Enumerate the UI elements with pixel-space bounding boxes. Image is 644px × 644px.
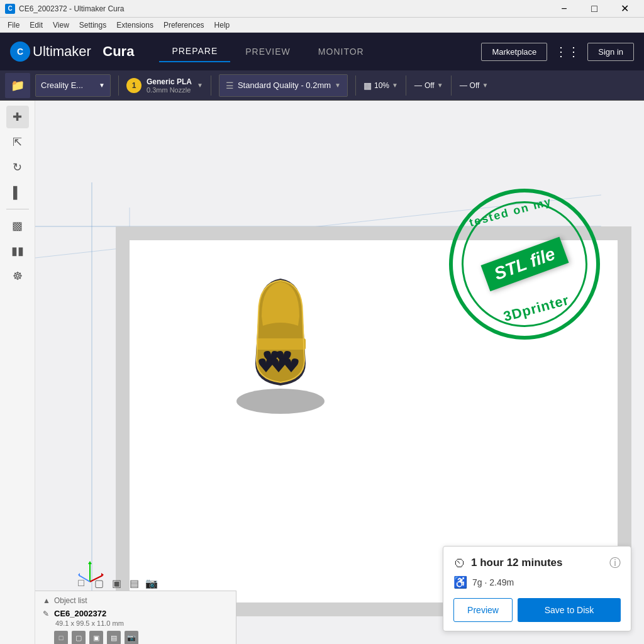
view-top-button[interactable]: ▤ (127, 576, 141, 590)
save-to-disk-button[interactable]: Save to Disk (518, 598, 621, 622)
printer-select-label: Creality E... (41, 80, 83, 90)
toolbar-divider-2 (211, 75, 211, 96)
quality-chevron: ▼ (335, 82, 341, 89)
adhesion-icon: ⸻ (459, 80, 467, 90)
support-section[interactable]: ⸻ Off ▼ (414, 80, 443, 90)
tool-scale[interactable]: ⇱ (6, 131, 29, 153)
printer-text: Generic PLA 0.3mm Nozzle (147, 77, 192, 94)
menu-settings[interactable]: Settings (74, 19, 111, 31)
object-list-header: ▲ Object list (43, 596, 228, 605)
print-info-panel: ⏲ 1 hour 12 minutes ⓘ ♿ 7g · 2.49m Previ… (443, 546, 631, 631)
adhesion-chevron: ▼ (482, 82, 488, 89)
logo-icon: C (10, 42, 30, 62)
printer-info: 1 Generic PLA 0.3mm Nozzle ▼ (126, 77, 203, 94)
tab-prepare[interactable]: PREPARE (159, 41, 230, 62)
toolbar-divider-1 (118, 75, 119, 96)
infill-section[interactable]: ▦ 10% ▼ (364, 80, 398, 91)
object-action-icons: □ ▢ ▣ ▤ 📷 (54, 631, 228, 644)
support-icon: ⸻ (414, 80, 422, 90)
infill-chevron: ▼ (392, 82, 398, 89)
adhesion-section[interactable]: ⸻ Off ▼ (459, 80, 489, 90)
window-controls[interactable]: − □ ✕ (550, 0, 639, 18)
minimize-button[interactable]: − (550, 0, 579, 18)
3d-object (224, 263, 337, 416)
quality-label: Standard Quality - 0.2mm (238, 80, 331, 90)
menu-edit[interactable]: Edit (25, 19, 48, 31)
menu-preferences[interactable]: Preferences (158, 19, 209, 31)
tool-mirror[interactable]: ▌ (6, 181, 29, 204)
printer-chevron: ▼ (99, 82, 105, 89)
toolbar-divider-4 (406, 75, 406, 96)
left-sidebar: ✚ ⇱ ↻ ▌ ▩ ▮▮ ☸ (0, 101, 35, 644)
viewport[interactable]: tested on my STL file 3Dprinter (35, 101, 644, 644)
toolbar: 📁 Creality E... ▼ 1 Generic PLA 0.3mm No… (0, 70, 644, 101)
menu-file[interactable]: File (3, 19, 25, 31)
support-chevron: ▼ (437, 82, 443, 89)
svg-marker-9 (88, 561, 92, 564)
tool-layers[interactable]: ▩ (6, 214, 29, 237)
app-logo: C Ultimaker Cura (10, 42, 134, 62)
print-time-row: ⏲ 1 hour 12 minutes ⓘ (453, 555, 621, 570)
close-button[interactable]: ✕ (610, 0, 639, 18)
svg-point-6 (236, 389, 325, 414)
support-label: Off (425, 81, 435, 90)
toolbar-divider-3 (355, 75, 356, 96)
tool-objects[interactable]: ▮▮ (6, 240, 29, 262)
marketplace-button[interactable]: Marketplace (481, 43, 547, 61)
printer-badge: 1 (126, 78, 142, 93)
tool-move[interactable]: ✚ (6, 106, 29, 128)
menu-bar: File Edit View Settings Extensions Prefe… (0, 18, 644, 33)
object-list-panel: ▲ Object list ✎ CE6_2002372 49.1 x 99.5 … (35, 591, 236, 644)
maximize-button[interactable]: □ (580, 0, 609, 18)
print-weight-row: ♿ 7g · 2.49m (453, 575, 621, 589)
view-front-button[interactable]: ▢ (92, 576, 106, 590)
app-header: C Ultimaker Cura PREPARE PREVIEW MONITOR… (0, 33, 644, 70)
svg-rect-7 (257, 338, 306, 350)
grid-icon[interactable]: ⋮⋮ (555, 44, 580, 59)
edit-pencil-icon: ✎ (43, 609, 49, 618)
quality-selector[interactable]: ☰ Standard Quality - 0.2mm ▼ (219, 74, 348, 97)
nav-tabs: PREPARE PREVIEW MONITOR (159, 41, 376, 62)
obj-top-view-button[interactable]: ▤ (107, 631, 121, 644)
tool-rotate[interactable]: ↻ (6, 156, 29, 179)
obj-3d-view-button[interactable]: □ (54, 631, 68, 644)
view-3d-button[interactable]: □ (74, 576, 88, 590)
print-weight: 7g · 2.49m (472, 577, 514, 587)
printer-selector[interactable]: Creality E... ▼ (35, 74, 111, 97)
menu-help[interactable]: Help (209, 19, 235, 31)
info-icon[interactable]: ⓘ (609, 555, 621, 570)
stamp-circle: tested on my STL file 3Dprinter (432, 172, 617, 357)
tab-monitor[interactable]: MONITOR (306, 41, 377, 62)
view-side-button[interactable]: ▣ (109, 576, 123, 590)
open-folder-button[interactable]: 📁 (5, 73, 30, 98)
logo-text: Ultimaker Cura (33, 43, 134, 60)
object-dimensions: 49.1 x 99.5 x 11.0 mm (55, 619, 228, 627)
object-entry: ✎ CE6_2002372 (43, 609, 228, 618)
obj-front-view-button[interactable]: ▢ (72, 631, 86, 644)
view-controls: □ ▢ ▣ ▤ 📷 (74, 576, 158, 590)
obj-camera-button[interactable]: 📷 (125, 631, 138, 644)
toolbar-divider-5 (451, 75, 452, 96)
object-name: CE6_2002372 (54, 609, 106, 618)
material-chevron: ▼ (197, 82, 203, 89)
print-buttons: Preview Save to Disk (453, 598, 621, 622)
tool-support[interactable]: ☸ (6, 265, 29, 287)
menu-view[interactable]: View (48, 19, 74, 31)
tab-preview[interactable]: PREVIEW (233, 41, 303, 62)
view-camera-button[interactable]: 📷 (145, 576, 158, 590)
infill-label: 10% (374, 81, 389, 90)
print-time-inner: ⏲ 1 hour 12 minutes (453, 556, 562, 570)
obj-side-view-button[interactable]: ▣ (89, 631, 103, 644)
menu-extensions[interactable]: Extensions (111, 19, 158, 31)
infill-icon: ▦ (364, 80, 372, 91)
signin-button[interactable]: Sign in (587, 43, 634, 61)
title-bar: C CE6_2002372 - Ultimaker Cura − □ ✕ (0, 0, 644, 18)
app-icon: C (5, 4, 15, 14)
sidebar-divider (6, 209, 29, 209)
header-right: Marketplace ⋮⋮ Sign in (481, 43, 634, 61)
main-area: ✚ ⇱ ↻ ▌ ▩ ▮▮ ☸ (0, 101, 644, 644)
print-time: 1 hour 12 minutes (471, 557, 562, 569)
adhesion-label: Off (470, 81, 480, 90)
settings-sliders-icon: ☰ (226, 80, 234, 91)
preview-button[interactable]: Preview (453, 598, 513, 622)
